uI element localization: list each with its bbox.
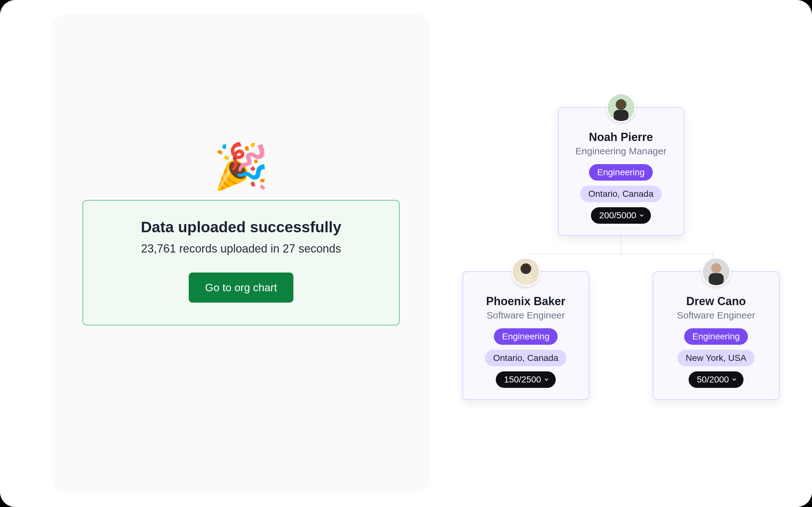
person-name: Drew Cano [686,295,746,308]
tree-connector [529,253,713,271]
location-badge: New York, USA [677,350,755,366]
svg-rect-2 [613,110,628,121]
avatar [702,257,731,286]
svg-point-7 [711,263,721,273]
org-node-child[interactable]: Phoenix Baker Software Engineer Engineer… [462,271,589,400]
chevron-down-icon [639,213,645,218]
avatar [606,93,636,122]
department-badge: Engineering [684,328,748,345]
success-subtitle: 23,761 records uploaded in 27 seconds [141,242,341,256]
org-chart-panel: Noah Pierre Engineering Manager Engineer… [430,0,812,507]
location-badge: Ontario, Canada [580,186,662,202]
headcount-value: 150/2500 [504,375,541,385]
headcount-value: 200/5000 [599,210,636,221]
go-to-org-chart-button[interactable]: Go to org chart [189,273,294,302]
headcount-value: 50/2000 [697,375,729,385]
department-badge: Engineering [589,164,653,181]
person-title: Software Engineer [677,310,755,321]
svg-point-1 [616,99,626,110]
svg-rect-8 [709,273,723,285]
org-node-root[interactable]: Noah Pierre Engineering Manager Engineer… [558,107,684,236]
headcount-dropdown[interactable]: 50/2000 [689,372,744,388]
person-name: Noah Pierre [589,130,653,144]
svg-point-4 [520,263,531,274]
headcount-dropdown[interactable]: 200/5000 [591,207,651,224]
chevron-down-icon [544,377,549,383]
department-badge: Engineering [494,328,558,345]
avatar [511,257,541,286]
upload-success-panel: 🎉 Data uploaded successfully 23,761 reco… [52,14,430,493]
person-title: Software Engineer [487,310,565,321]
org-node-child[interactable]: Drew Cano Software Engineer Engineering … [653,271,780,400]
tree-connector [621,236,621,253]
chevron-down-icon [731,377,737,383]
svg-rect-5 [518,274,533,285]
person-title: Engineering Manager [575,146,666,157]
location-badge: Ontario, Canada [485,350,566,366]
person-name: Phoenix Baker [486,295,565,308]
success-title: Data uploaded successfully [141,218,341,236]
success-card: Data uploaded successfully 23,761 record… [83,200,400,326]
party-popper-icon: 🎉 [213,144,269,188]
headcount-dropdown[interactable]: 150/2500 [496,372,556,388]
